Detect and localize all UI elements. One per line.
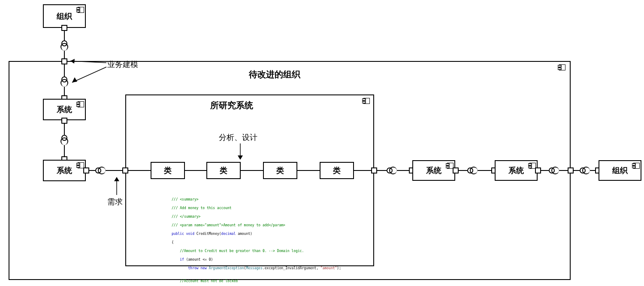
connector [64, 87, 65, 96]
port [122, 167, 128, 173]
required-interface [470, 167, 478, 174]
arrow [68, 56, 107, 66]
connector [559, 170, 568, 171]
connector [541, 170, 549, 171]
required-interface [60, 43, 68, 51]
port [61, 58, 67, 64]
svg-marker-4 [70, 59, 75, 64]
biz-modeling-label: 业务建模 [107, 59, 138, 70]
component-icon [76, 101, 84, 107]
component-icon [632, 163, 640, 169]
class-box-2: 类 [206, 162, 241, 179]
component-icon [362, 98, 370, 104]
connector [89, 170, 95, 171]
system-mid-label: 系统 [57, 104, 72, 115]
required-interface [60, 137, 68, 145]
connector [478, 170, 492, 171]
svg-line-3 [70, 61, 106, 63]
component-icon [558, 64, 565, 70]
code-snippet: /// <summary> /// Add money to this acco… [172, 193, 358, 286]
arrow-down [236, 143, 245, 161]
class1-label: 类 [164, 165, 172, 176]
svg-marker-8 [238, 155, 243, 160]
required-interface [582, 167, 590, 174]
class4-label: 类 [333, 165, 341, 176]
required-interface [60, 79, 68, 87]
required-interface [389, 167, 397, 174]
connector [64, 145, 65, 157]
connector [106, 170, 123, 171]
org-right-label: 组织 [612, 165, 628, 176]
org-to-improve-title: 待改进的组织 [249, 69, 300, 80]
component-icon [76, 7, 84, 13]
required-interface [98, 167, 106, 174]
system-r1-label: 系统 [426, 165, 441, 176]
requirement-label: 需求 [107, 197, 123, 207]
arrow [69, 65, 108, 87]
class2-label: 类 [220, 165, 227, 176]
connector [397, 170, 410, 171]
required-interface [551, 167, 559, 174]
connector [64, 124, 65, 135]
connector [64, 31, 65, 40]
port [453, 167, 459, 173]
port [568, 167, 574, 173]
studied-system-title: 所研究系统 [210, 100, 253, 111]
org-top-label: 组织 [57, 11, 72, 21]
port [61, 25, 67, 31]
connector [459, 170, 467, 171]
port [61, 118, 67, 124]
system-r2-label: 系统 [508, 165, 524, 176]
class3-label: 类 [276, 165, 284, 176]
connector [297, 170, 320, 171]
system-bl-label: 系统 [57, 165, 72, 176]
analysis-design-label: 分析、设计 [219, 132, 257, 143]
connector [64, 51, 65, 59]
port [535, 167, 541, 173]
class-box-4: 类 [320, 162, 354, 179]
svg-line-5 [72, 67, 106, 82]
connector [377, 170, 387, 171]
port [83, 167, 89, 173]
class-box-1: 类 [151, 162, 185, 179]
arrow-up [112, 175, 121, 196]
port [371, 167, 377, 173]
class-box-3: 类 [263, 162, 297, 179]
connector [128, 170, 151, 171]
connector [185, 170, 206, 171]
connector [64, 64, 65, 76]
svg-marker-10 [114, 177, 119, 181]
connector [574, 170, 580, 171]
connector [241, 170, 263, 171]
connector [354, 170, 371, 171]
svg-marker-6 [72, 77, 77, 82]
